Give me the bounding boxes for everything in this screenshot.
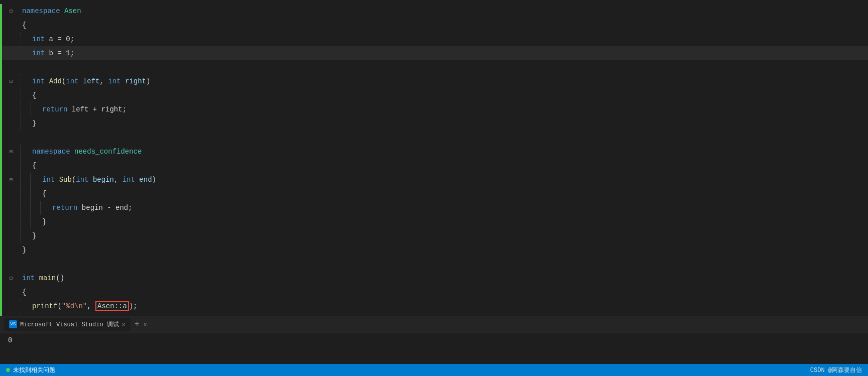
left-border	[0, 159, 2, 173]
code-area: }	[20, 215, 46, 229]
indent-guide	[20, 46, 21, 60]
code-tokens: }	[30, 232, 36, 240]
code-tokens: int a = 0;	[30, 35, 74, 43]
indent-guide	[20, 159, 21, 173]
code-area: printf("%d\n", Asen::a);	[20, 299, 138, 313]
collapse-icon[interactable]: ⊟	[8, 176, 15, 183]
left-border	[0, 187, 2, 201]
code-line: }	[0, 116, 868, 131]
code-tokens: printf("%d\n", Asen::a);	[30, 301, 138, 311]
token-fn: main	[39, 274, 56, 282]
token-plain: }	[22, 246, 26, 254]
token-plain: ,	[99, 77, 108, 85]
token-kw: int	[42, 176, 55, 184]
token-kw: namespace	[32, 148, 70, 156]
token-fn: printf	[32, 302, 57, 310]
left-border	[0, 88, 2, 102]
collapse-icon[interactable]: ⊟	[8, 78, 15, 85]
code-tokens	[20, 63, 26, 71]
token-plain	[88, 176, 92, 184]
code-line: {	[0, 88, 868, 102]
token-plain: )	[152, 176, 156, 184]
indent-guide	[30, 173, 31, 187]
indent-guide	[20, 201, 21, 215]
code-area: int b = 1;	[20, 46, 74, 60]
token-plain	[121, 77, 125, 85]
code-tokens: return left + right;	[40, 105, 127, 113]
code-area: namespace Asen	[20, 7, 81, 15]
code-line: return left + right;	[0, 102, 868, 116]
token-plain: (	[62, 77, 66, 85]
code-line: int a = 0;	[0, 32, 868, 46]
indent-guide	[30, 215, 31, 229]
token-plain: {	[22, 288, 26, 296]
indent-guide	[40, 201, 41, 215]
code-area: }	[20, 116, 36, 131]
code-line: ⊟int Add(int left, int right)	[0, 74, 868, 88]
token-kw: return	[52, 204, 77, 212]
token-fn: Sub	[59, 176, 72, 184]
code-line: ⊟int Sub(int begin, int end)	[0, 173, 868, 187]
token-plain: {	[22, 21, 26, 29]
code-line: printf("%d\n", Asen::a);	[0, 299, 868, 313]
code-area: {	[20, 88, 36, 102]
code-area	[20, 260, 26, 268]
code-line: ⊟int main()	[0, 271, 868, 285]
code-line: int b = 1;	[0, 46, 868, 60]
code-line: {	[0, 285, 868, 299]
code-area: int main()	[20, 274, 64, 282]
token-plain: ,	[114, 176, 122, 184]
token-param: begin	[93, 176, 114, 184]
code-line	[0, 60, 868, 74]
token-ns: needs_confidence	[74, 148, 142, 156]
code-area: int Add(int left, int right)	[20, 74, 150, 88]
collapse-icon[interactable]: ⊟	[8, 275, 15, 282]
left-border	[0, 229, 2, 243]
collapse-icon[interactable]: ⊟	[8, 8, 15, 15]
code-tokens: int main()	[20, 274, 64, 282]
code-line: {	[0, 187, 868, 201]
token-param: right	[125, 77, 146, 85]
code-tokens: {	[20, 288, 26, 296]
status-bar: 未找到相关问题 CSDN @阿森要自信	[0, 364, 868, 376]
indent-guide	[20, 299, 21, 313]
token-plain	[35, 274, 39, 282]
status-text: 未找到相关问题	[13, 366, 55, 374]
bottom-panel: VS Microsoft Visual Studio 调试 ✕ + ∨ 0	[0, 316, 868, 364]
token-kw: return	[42, 105, 67, 113]
indent-guide	[20, 116, 21, 131]
highlight-box: Asen::a	[95, 301, 129, 311]
left-border	[0, 299, 2, 313]
tab-add-button[interactable]: +	[133, 320, 142, 329]
code-line: {	[0, 159, 868, 173]
token-plain: left + right;	[67, 105, 127, 113]
code-tokens: int b = 1;	[30, 49, 74, 57]
code-tokens: }	[40, 218, 46, 226]
indent-guide	[20, 74, 21, 88]
token-ns: Asen	[64, 7, 81, 15]
code-tokens: }	[30, 119, 36, 128]
indent-guide	[20, 215, 21, 229]
tab-close-button[interactable]: ✕	[122, 321, 126, 328]
left-border	[0, 60, 2, 74]
collapse-icon[interactable]: ⊟	[8, 148, 15, 155]
left-border	[0, 32, 2, 46]
left-border	[0, 131, 2, 145]
tab-chevron-button[interactable]: ∨	[144, 321, 147, 328]
indent-guide	[30, 187, 31, 201]
token-plain	[78, 77, 82, 85]
code-area	[20, 134, 26, 142]
code-tokens: namespace needs_confidence	[30, 148, 142, 156]
token-plain: {	[32, 91, 36, 99]
token-param: end	[139, 176, 152, 184]
code-line: {	[0, 18, 868, 32]
code-area: int Sub(int begin, int end)	[20, 173, 156, 187]
editor-area: ⊟namespace Asen{int a = 0;int b = 1; ⊟in…	[0, 0, 868, 316]
indent-guide	[20, 102, 21, 116]
token-plain: ,	[87, 302, 95, 310]
debug-tab[interactable]: VS Microsoft Visual Studio 调试 ✕	[4, 318, 131, 331]
token-kw: int	[122, 176, 135, 184]
status-indicator	[6, 368, 10, 372]
indent-guide	[30, 102, 31, 116]
token-kw: int	[32, 35, 45, 43]
